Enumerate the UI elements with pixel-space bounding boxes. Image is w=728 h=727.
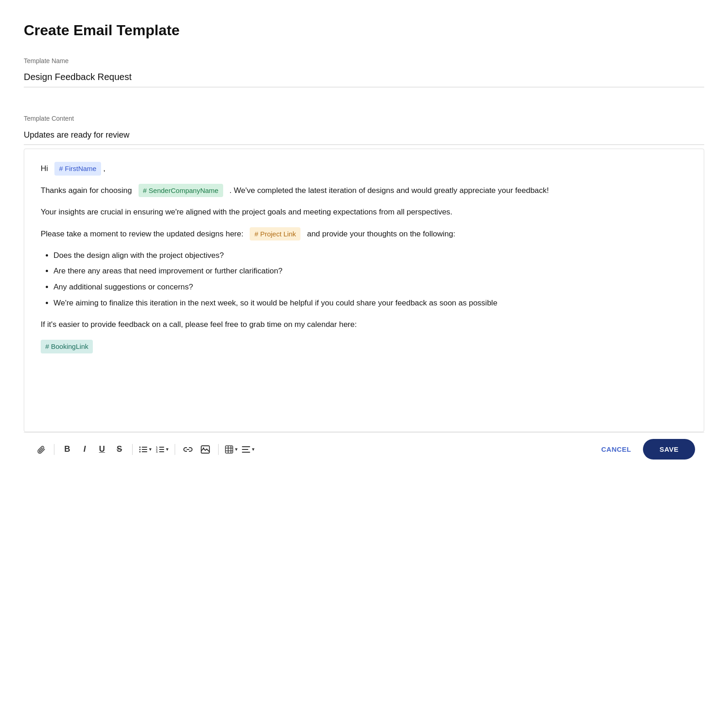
strikethrough-icon: S	[117, 444, 122, 454]
template-name-section: Template Name	[24, 57, 704, 104]
ordered-list-arrow: ▾	[166, 447, 168, 452]
svg-rect-5	[142, 451, 147, 452]
svg-rect-11	[159, 451, 164, 452]
bullet-list-arrow: ▾	[149, 447, 151, 452]
editor-para4: If it's easier to provide feedback on a …	[41, 318, 687, 331]
svg-point-4	[139, 451, 141, 452]
template-name-label: Template Name	[24, 57, 704, 64]
svg-rect-7	[159, 447, 164, 448]
cancel-button[interactable]: CANCEL	[590, 440, 642, 459]
firstname-tag: # FirstName	[54, 162, 101, 176]
para3-pre: Please take a moment to review the updat…	[41, 230, 243, 238]
italic-button[interactable]: I	[76, 441, 93, 458]
svg-rect-19	[242, 446, 250, 447]
table-button[interactable]: ▾	[223, 441, 239, 458]
list-item: Does the design align with the project o…	[54, 249, 687, 262]
para1-pre: Thanks again for choosing	[41, 186, 132, 195]
align-button[interactable]: ▾	[240, 441, 256, 458]
table-icon	[225, 445, 233, 454]
ordered-list-icon: 1. 2. 3.	[156, 446, 164, 453]
para4-text: If it's easier to provide feedback on a …	[41, 320, 357, 329]
image-button[interactable]	[197, 441, 214, 458]
svg-rect-9	[159, 449, 164, 450]
para3-post: and provide your thoughts on the followi…	[307, 230, 455, 238]
svg-text:3.: 3.	[156, 450, 158, 453]
editor-body[interactable]: Hi # FirstName , Thanks again for choosi…	[24, 149, 704, 432]
template-subject-input[interactable]	[24, 128, 704, 145]
italic-icon: I	[83, 444, 86, 454]
line1-post: ,	[103, 164, 106, 173]
editor-para1: Thanks again for choosing # SenderCompan…	[41, 184, 687, 198]
table-arrow: ▾	[235, 447, 237, 452]
link-button[interactable]	[180, 441, 196, 458]
align-icon	[242, 446, 250, 453]
page-title: Create Email Template	[24, 22, 704, 39]
list-item: We're aiming to finalize this iteration …	[54, 297, 687, 310]
svg-rect-3	[142, 449, 147, 450]
toolbar-divider-1	[54, 444, 54, 455]
svg-point-2	[139, 449, 141, 450]
svg-rect-20	[242, 449, 248, 450]
underline-button[interactable]: U	[94, 441, 110, 458]
list-item: Are there any areas that need improvemen…	[54, 265, 687, 278]
ordered-list-button[interactable]: 1. 2. 3. ▾	[154, 441, 170, 458]
project-link-tag: # Project Link	[250, 227, 300, 241]
template-name-input[interactable]	[24, 69, 704, 87]
para1-post: . We've completed the latest iteration o…	[230, 186, 549, 195]
attach-button[interactable]	[33, 441, 49, 458]
attach-icon	[37, 445, 45, 454]
sender-company-tag: # SenderCompanyName	[139, 184, 223, 198]
editor-bullet-list: Does the design align with the project o…	[54, 249, 687, 310]
align-arrow: ▾	[252, 447, 254, 452]
toolbar-divider-2	[132, 444, 133, 455]
editor-container[interactable]: Hi # FirstName , Thanks again for choosi…	[24, 149, 704, 432]
svg-rect-21	[242, 452, 250, 453]
bold-icon: B	[64, 444, 70, 454]
editor-line1: Hi # FirstName ,	[41, 162, 687, 176]
strikethrough-button[interactable]: S	[111, 441, 128, 458]
save-button[interactable]: SAVE	[643, 439, 695, 460]
link-icon	[183, 447, 193, 452]
editor-booking-link: # BookingLink	[41, 340, 687, 353]
toolbar-divider-3	[175, 444, 175, 455]
template-content-section: Template Content Hi # FirstName , Thanks…	[24, 115, 704, 432]
svg-rect-1	[142, 447, 147, 448]
underline-icon: U	[99, 444, 105, 454]
toolbar-divider-4	[218, 444, 219, 455]
editor-toolbar: B I U S ▾ 1. 2. 3. ▾	[24, 432, 704, 466]
editor-para3: Please take a moment to review the updat…	[41, 227, 687, 241]
svg-rect-14	[225, 446, 233, 453]
editor-para2: Your insights are crucial in ensuring we…	[41, 206, 687, 219]
line1-pre: Hi	[41, 164, 48, 173]
bullet-list-button[interactable]: ▾	[137, 441, 153, 458]
bullet-list-icon	[139, 446, 147, 453]
image-icon	[201, 445, 210, 454]
svg-point-0	[139, 446, 141, 448]
bold-button[interactable]: B	[59, 441, 75, 458]
booking-link-tag: # BookingLink	[41, 340, 93, 353]
list-item: Any additional suggestions or concerns?	[54, 281, 687, 294]
template-content-label: Template Content	[24, 115, 704, 122]
